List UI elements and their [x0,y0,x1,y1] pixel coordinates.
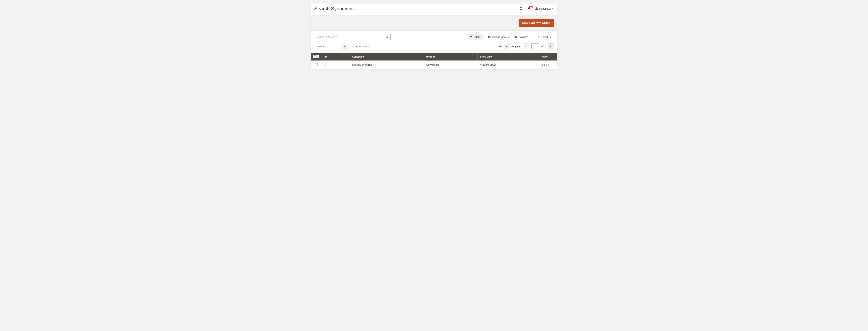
user-icon [535,7,538,10]
magnifier-icon [385,35,389,39]
records-found-label: 1 records found [352,45,369,48]
export-icon [537,36,539,38]
default-view-button[interactable]: Default View ▼ [485,34,512,40]
col-store-view[interactable]: Store View [477,53,538,60]
row-website-cell: All Websites [424,60,477,70]
col-id[interactable]: ID ↓ [322,53,350,60]
page-container: Search Synonyms 11 mageplaza ▼ New Synon… [311,3,557,70]
current-page-input[interactable] [531,44,539,49]
per-page-input[interactable] [496,44,504,49]
row-synonyms-cell: seo,search engine [350,60,424,70]
sort-desc-icon: ↓ [346,55,347,58]
select-all-control[interactable]: ▼ [313,55,319,58]
filters-button[interactable]: Filters [467,34,483,40]
caret-down-icon: ▼ [344,46,346,48]
col-select-all: ▼ [311,53,322,60]
caret-down-icon: ▼ [508,36,509,38]
per-page-label: per page [511,45,521,48]
notifications-badge: 11 [529,6,532,8]
grid-header: ▼ ID ↓ Synonyms Website Store View Actio… [311,53,557,60]
chevron-right-icon [550,45,552,48]
col-id-label: ID [324,55,327,58]
search-input[interactable] [314,34,391,40]
chevron-left-icon [525,45,527,48]
svg-line-4 [388,37,389,38]
user-menu[interactable]: mageplaza ▼ [535,7,554,10]
caret-down-icon: ▼ [506,46,507,48]
select-all-dropdown[interactable]: ▼ [316,56,319,58]
data-grid: ▼ ID ↓ Synonyms Website Store View Actio… [311,53,557,70]
prev-page-button[interactable] [523,44,529,49]
notifications-icon[interactable]: 11 [527,7,531,10]
page-header: Search Synonyms 11 mageplaza ▼ [311,3,557,16]
caret-down-icon: ▼ [552,8,554,10]
default-view-label: Default View [492,36,506,38]
row-checkbox-cell [311,60,322,70]
columns-button[interactable]: Columns ▼ [512,34,534,40]
per-page-control: ▼ per page [496,44,521,49]
eye-icon [488,36,491,38]
col-website[interactable]: Website [424,53,477,60]
search-wrap [314,34,391,40]
total-pages-label: of 1 [541,45,546,48]
page-title: Search Synonyms [314,6,353,11]
caret-down-icon: ▼ [530,36,532,38]
actions-select-toggle[interactable]: ▼ [342,44,347,49]
col-store-view-label: Store View [480,55,492,58]
funnel-icon [470,36,472,38]
col-synonyms[interactable]: Synonyms [350,53,424,60]
action-bar: New Synonym Group [311,16,557,31]
username-label: mageplaza [539,7,551,10]
grid-body: 1 seo,search engine All Websites All Sto… [311,60,557,70]
toolbar-mid-right: ▼ per page of 1 [496,44,554,49]
row-action-cell: Select ▼ [538,60,557,70]
per-page-input-wrap: ▼ [496,44,509,49]
pager: of 1 [523,44,554,49]
row-action-select[interactable]: Select ▼ [540,63,550,66]
export-button[interactable]: Export ▼ [534,34,554,40]
svg-point-3 [386,36,388,38]
row-action-label: Select [540,63,547,66]
actions-select[interactable]: Actions ▼ [314,44,347,49]
col-action-label: Action [541,55,549,58]
svg-point-0 [520,7,522,9]
col-website-label: Website [426,55,435,58]
toolbar-top: Filters Default View ▼ Columns ▼ Export … [311,31,557,43]
new-synonym-group-button[interactable]: New Synonym Group [519,19,554,27]
next-page-button[interactable] [548,44,554,49]
header-actions: 11 mageplaza ▼ [519,7,554,10]
tool-group: Filters Default View ▼ Columns ▼ Export … [467,34,554,40]
toolbar-mid: Actions ▼ 1 records found ▼ per page of … [311,43,557,53]
toolbar-mid-left: Actions ▼ 1 records found [314,44,369,49]
gear-icon [515,36,517,38]
col-action: Action [538,53,557,60]
columns-label: Columns [519,36,528,38]
filters-label: Filters [473,36,480,38]
svg-point-2 [536,7,537,9]
row-id-cell: 1 [322,60,350,70]
col-synonyms-label: Synonyms [352,55,365,58]
row-checkbox[interactable] [315,63,318,66]
caret-down-icon: ▼ [548,64,550,66]
search-icon[interactable] [519,7,523,10]
table-row[interactable]: 1 seo,search engine All Websites All Sto… [311,60,557,70]
per-page-toggle[interactable]: ▼ [504,44,509,49]
search-button[interactable] [384,34,391,40]
export-label: Export [541,36,548,38]
actions-select-label: Actions [314,44,342,49]
svg-line-1 [522,9,523,10]
caret-down-icon: ▼ [550,36,551,38]
select-all-checkbox[interactable] [314,55,316,58]
row-store-view-cell: All Store Views [477,60,538,70]
